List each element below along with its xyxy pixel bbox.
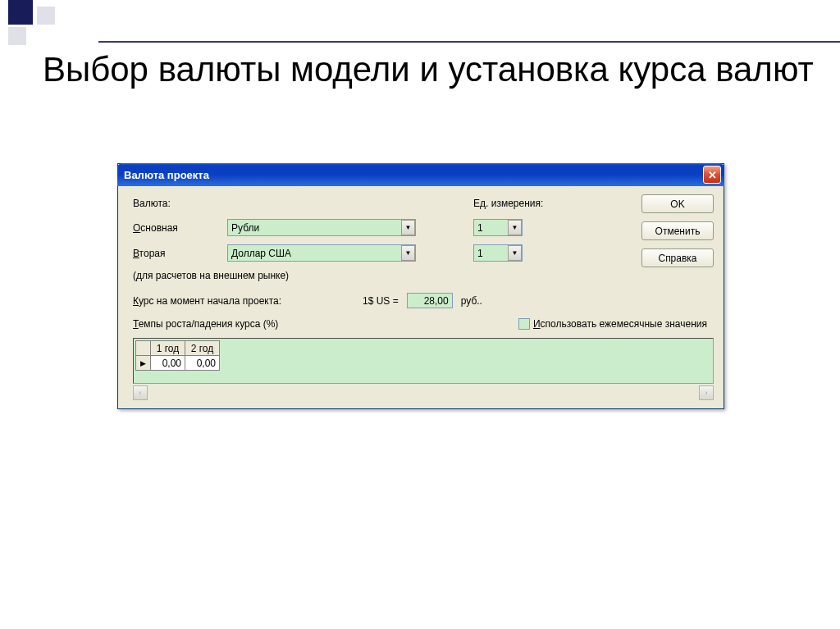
help-mnemonic: С [658, 253, 665, 264]
close-button[interactable]: ✕ [703, 166, 721, 184]
growth-label-rest: емпы роста/падения курса (%) [139, 318, 279, 330]
second-unit-value: 1 [477, 248, 483, 259]
second-label-rest: торая [139, 248, 166, 259]
dropdown-arrow-icon: ▼ [508, 220, 522, 235]
ok-button[interactable]: OK [641, 194, 714, 213]
dropdown-arrow-icon: ▼ [401, 220, 415, 235]
main-currency-value: Рубли [231, 222, 259, 234]
grid-cell-2[interactable]: 0,00 [185, 356, 220, 371]
grid-col-1: 1 год [151, 341, 185, 356]
slide-title: Выбор валюты модели и установка курса ва… [43, 49, 814, 90]
slide-corner-decoration [0, 0, 90, 41]
second-mnemonic: В [133, 248, 139, 259]
rate-label-rest: урс на момент начала проекта: [139, 295, 281, 307]
dialog-titlebar: Валюта проекта ✕ [117, 163, 724, 186]
second-currency-dropdown[interactable]: Доллар США ▼ [227, 244, 416, 262]
growth-grid[interactable]: 1 год 2 год ▶ 0,00 0,00 [133, 338, 714, 384]
grid-cell-1[interactable]: 0,00 [151, 356, 185, 371]
monthly-mnemonic: И [533, 318, 541, 330]
currency-dialog: Валюта проекта ✕ OK Отменить Справка Вал… [117, 163, 724, 409]
scroll-left-button[interactable]: ‹ [133, 385, 148, 400]
main-mnemonic: О [133, 222, 140, 234]
dropdown-arrow-icon: ▼ [508, 245, 522, 261]
second-unit-dropdown[interactable]: 1 ▼ [473, 244, 523, 262]
rate-mnemonic: К [133, 295, 139, 307]
chevron-right-icon: › [705, 389, 708, 397]
dialog-title: Валюта проекта [124, 169, 209, 181]
grid-corner [136, 341, 151, 356]
rate-suffix: руб.. [461, 295, 482, 307]
second-currency-label: Вторая [133, 248, 227, 259]
second-currency-value: Доллар США [231, 248, 291, 259]
monthly-label-rest: спользовать ежемесячные значения [541, 318, 707, 330]
main-currency-label: Основная [133, 222, 227, 234]
external-market-note: (для расчетов на внешнем рынке) [133, 270, 714, 281]
monthly-checkbox[interactable] [518, 318, 530, 330]
monthly-checkbox-label[interactable]: Использовать ежемесячные значения [518, 318, 707, 330]
rate-label: Курс на момент начала проекта: [133, 295, 363, 307]
growth-label: Темпы роста/падения курса (%) [133, 318, 278, 330]
main-unit-value: 1 [477, 222, 483, 234]
main-unit-dropdown[interactable]: 1 ▼ [473, 219, 523, 236]
cancel-button[interactable]: Отменить [641, 221, 714, 240]
rate-input[interactable] [407, 293, 453, 308]
header-currency-label: Валюта: [133, 198, 227, 209]
header-unit-label: Ед. измерения: [473, 198, 543, 209]
main-currency-dropdown[interactable]: Рубли ▼ [227, 219, 416, 236]
grid-col-2: 2 год [185, 341, 220, 356]
help-label-rest: правка [665, 253, 696, 264]
chevron-left-icon: ‹ [139, 389, 142, 397]
rate-lhs: 1$ US = [363, 295, 399, 307]
main-label-rest: сновная [140, 222, 177, 234]
scroll-right-button[interactable]: › [699, 385, 714, 400]
growth-mnemonic: Т [133, 318, 139, 330]
slide-rule [98, 41, 840, 43]
grid-row-marker: ▶ [136, 356, 151, 371]
close-icon: ✕ [708, 169, 717, 181]
dropdown-arrow-icon: ▼ [401, 245, 415, 261]
help-button[interactable]: Справка [641, 248, 714, 267]
